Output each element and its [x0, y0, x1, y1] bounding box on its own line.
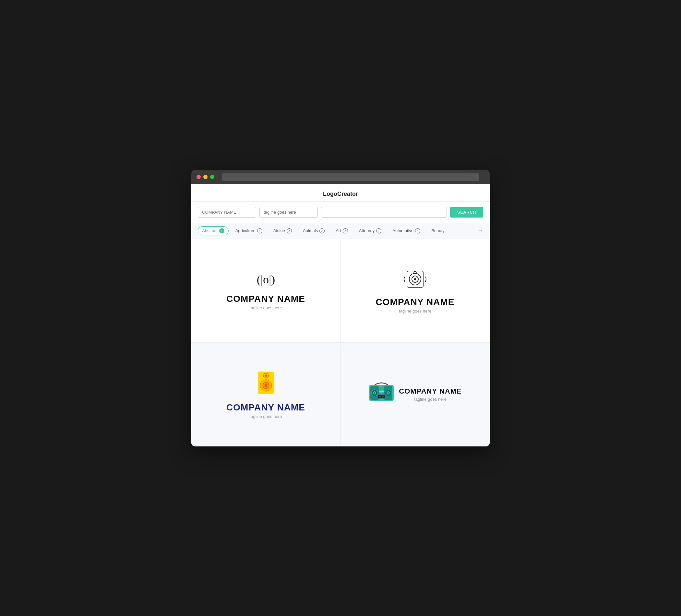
search-button[interactable]: SEARCH [450, 207, 483, 217]
filter-automotive-label: Automotive [393, 228, 413, 233]
logo-card-1[interactable]: (|o|) COMPANY NAME tagline goes here [191, 239, 340, 343]
browser-window: LogoCreator SEARCH Abstract ✓ Agricultur… [191, 170, 490, 446]
art-check-icon: ✓ [343, 228, 348, 233]
svg-text:(|o|): (|o|) [256, 273, 275, 286]
filter-beauty-label: Beauty [431, 228, 444, 233]
filter-attorney[interactable]: Attorney ✓ [355, 226, 385, 235]
logo-grid: (|o|) COMPANY NAME tagline goes here [191, 239, 490, 446]
svg-rect-23 [379, 393, 384, 394]
filter-abstract[interactable]: Abstract ✓ [198, 226, 229, 235]
logo-card-2[interactable]: COMPANY NAME tagline goes here [340, 239, 490, 343]
filter-next-button[interactable]: → [477, 227, 483, 234]
logo-1-tagline: tagline goes here [250, 305, 282, 310]
logo-3-company-name: COMPANY NAME [226, 402, 305, 413]
svg-point-9 [264, 384, 267, 387]
svg-point-26 [382, 395, 384, 397]
svg-point-25 [379, 395, 381, 397]
svg-rect-21 [379, 387, 384, 390]
logo-3-icon [256, 370, 276, 397]
filter-automotive[interactable]: Automotive ✓ [388, 226, 425, 235]
logo-4-text: COMPANY NAME tagline goes here [399, 387, 461, 402]
app-header: LogoCreator [191, 184, 490, 202]
browser-titlebar [191, 170, 490, 184]
svg-point-16 [374, 392, 375, 393]
filter-airline[interactable]: Airline ✓ [269, 226, 296, 235]
svg-point-11 [265, 375, 267, 377]
filter-agriculture-label: Agriculture [235, 228, 255, 233]
automotive-check-icon: ✓ [415, 228, 420, 233]
filter-beauty[interactable]: Beauty [427, 226, 449, 235]
minimize-button[interactable] [203, 175, 207, 179]
close-button[interactable] [197, 175, 201, 179]
airline-check-icon: ✓ [287, 228, 292, 233]
browser-content: LogoCreator SEARCH Abstract ✓ Agricultur… [191, 184, 490, 446]
attorney-check-icon: ✓ [376, 228, 381, 233]
logo-4-content: COMPANY NAME tagline goes here [369, 378, 461, 411]
filter-art[interactable]: Art ✓ [331, 226, 352, 235]
maximize-button[interactable] [210, 175, 215, 179]
search-bar: SEARCH [191, 202, 490, 223]
logo-4-company-name: COMPANY NAME [399, 387, 461, 395]
filter-abstract-label: Abstract [202, 228, 218, 233]
app-title: LogoCreator [323, 190, 358, 197]
filter-art-label: Art [336, 228, 341, 233]
svg-rect-22 [379, 391, 384, 392]
tagline-input[interactable] [259, 207, 318, 217]
filter-animals[interactable]: Animals ✓ [299, 226, 329, 235]
svg-point-4 [414, 278, 416, 280]
logo-3-tagline: tagline goes here [250, 414, 282, 419]
filter-agriculture[interactable]: Agriculture ✓ [231, 226, 267, 235]
animals-check-icon: ✓ [320, 228, 325, 233]
extra-input[interactable] [321, 207, 447, 217]
logo-2-company-name: COMPANY NAME [376, 297, 455, 307]
agriculture-check-icon: ✓ [257, 228, 262, 233]
filter-animals-label: Animals [303, 228, 318, 233]
logo-1-company-name: COMPANY NAME [226, 294, 305, 304]
filter-airline-label: Airline [273, 228, 285, 233]
logo-2-icon [402, 268, 428, 292]
filter-bar: Abstract ✓ Agriculture ✓ Airline ✓ Anima… [191, 223, 490, 239]
logo-card-4[interactable]: COMPANY NAME tagline goes here [340, 343, 490, 446]
svg-point-20 [387, 392, 389, 393]
filter-attorney-label: Attorney [359, 228, 375, 233]
company-name-input[interactable] [198, 207, 256, 217]
logo-card-3[interactable]: COMPANY NAME tagline goes here [191, 343, 340, 446]
logo-4-tagline: tagline goes here [399, 397, 461, 402]
address-bar[interactable] [222, 173, 479, 181]
logo-4-icon [369, 378, 394, 406]
abstract-check-icon: ✓ [219, 228, 224, 233]
logo-2-tagline: tagline goes here [399, 309, 431, 313]
logo-1-icon: (|o|) [253, 271, 279, 288]
